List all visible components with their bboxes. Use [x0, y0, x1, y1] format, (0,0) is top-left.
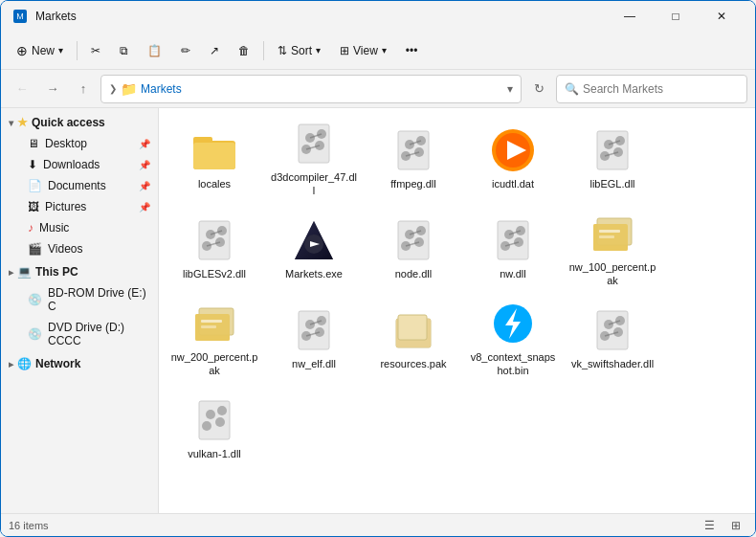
file-item-icudtl[interactable]: icudtl.dat — [465, 116, 561, 202]
minimize-button[interactable]: — — [608, 1, 652, 32]
sidebar-item-bdrom[interactable]: 💿 BD-ROM Drive (E:) C — [1, 282, 158, 317]
view-chevron-icon: ▾ — [382, 45, 387, 56]
svg-rect-62 — [201, 320, 222, 323]
quick-access-chevron-icon: ▾ — [9, 118, 13, 128]
file-label-icudtl: icudtl.dat — [492, 177, 534, 190]
address-field[interactable]: ❯ 📁 Markets ▾ — [100, 75, 522, 103]
search-icon: 🔍 — [565, 82, 579, 96]
view-button[interactable]: ⊞ View ▾ — [332, 35, 394, 66]
paste-button[interactable]: 📋 — [140, 35, 169, 66]
grid-view-button[interactable]: ⊞ — [724, 516, 747, 535]
file-item-markets[interactable]: Markets.exe — [266, 206, 362, 292]
downloads-pin-icon: 📌 — [139, 160, 150, 170]
file-icon-resources — [390, 307, 436, 353]
sidebar-music-label: Music — [39, 221, 69, 235]
file-item-locales[interactable]: locales — [167, 116, 262, 202]
main-content: ▾ ★ Quick access 🖥 Desktop 📌 ⬇ Downloads… — [1, 108, 755, 513]
file-item-nw[interactable]: nw.dll — [465, 206, 561, 292]
file-icon-node — [390, 217, 436, 263]
search-box[interactable]: 🔍 — [556, 75, 747, 103]
file-item-v8context[interactable]: v8_context_snapshot.bin — [465, 296, 561, 382]
file-label-nw200: nw_200_percent.pak — [170, 350, 258, 378]
maximize-button[interactable]: □ — [654, 1, 698, 32]
cut-button[interactable]: ✂ — [83, 35, 108, 66]
svg-rect-47 — [498, 221, 528, 259]
address-bar: ← → ↑ ❯ 📁 Markets ▾ ↻ 🔍 — [1, 70, 755, 108]
breadcrumb-folder: 📁 Markets — [121, 81, 182, 97]
status-icons: ☰ ⊞ — [698, 516, 747, 535]
svg-rect-63 — [201, 325, 216, 328]
close-button[interactable]: ✕ — [700, 1, 744, 32]
file-item-node[interactable]: node.dll — [366, 206, 461, 292]
file-label-nwelf: nw_elf.dll — [292, 357, 336, 370]
list-view-button[interactable]: ☰ — [698, 516, 721, 535]
delete-icon: 🗑 — [238, 44, 250, 57]
back-button[interactable]: ← — [9, 76, 35, 102]
this-pc-section: ▸ 💻 This PC 💿 BD-ROM Drive (E:) C 💿 DVD … — [1, 261, 158, 351]
forward-button[interactable]: → — [39, 76, 66, 102]
file-item-nw200[interactable]: nw_200_percent.pak — [167, 296, 262, 382]
new-button[interactable]: ⊕ New ▾ — [9, 35, 71, 66]
sidebar-item-music[interactable]: ♪ Music — [1, 217, 158, 238]
svg-rect-12 — [398, 131, 429, 169]
sidebar-item-desktop[interactable]: 🖥 Desktop 📌 — [1, 133, 158, 154]
share-button[interactable]: ↗ — [202, 35, 227, 66]
address-dropdown-icon[interactable]: ▾ — [507, 82, 513, 96]
search-input[interactable] — [583, 82, 739, 96]
main-window: M Markets — □ ✕ ⊕ New ▾ ✂ ⧉ 📋 ✏ ↗ — [0, 0, 756, 537]
plus-icon: ⊕ — [16, 43, 28, 58]
sidebar-item-downloads[interactable]: ⬇ Downloads 📌 — [1, 154, 158, 175]
network-chevron-icon: ▸ — [9, 359, 13, 369]
paste-icon: 📋 — [147, 44, 162, 57]
file-icon-vkswift — [589, 307, 635, 353]
up-button[interactable]: ↑ — [70, 76, 97, 102]
network-section: ▸ 🌐 Network — [1, 353, 158, 374]
file-label-libegl: libEGL.dll — [589, 177, 634, 190]
rename-button[interactable]: ✏ — [173, 35, 198, 66]
quick-access-label: Quick access — [32, 116, 105, 129]
file-icon-v8context — [490, 301, 536, 347]
more-button[interactable]: ••• — [398, 35, 426, 66]
delete-button[interactable]: 🗑 — [231, 35, 257, 66]
this-pc-header[interactable]: ▸ 💻 This PC — [1, 261, 158, 282]
desktop-icon: 🖥 — [28, 137, 39, 150]
file-item-ffmpeg[interactable]: ffmpeg.dll — [366, 116, 461, 202]
quick-access-header[interactable]: ▾ ★ Quick access — [1, 112, 158, 133]
file-label-libgles: libGLESv2.dll — [183, 267, 246, 280]
svg-rect-83 — [199, 401, 230, 439]
file-icon-nw200 — [191, 301, 237, 347]
file-item-nw100[interactable]: nw_100_percent.pak — [565, 206, 660, 292]
svg-rect-40 — [398, 221, 429, 259]
new-chevron-icon: ▾ — [58, 45, 63, 56]
refresh-button[interactable]: ↻ — [525, 76, 552, 102]
sidebar-item-videos[interactable]: 🎬 Videos — [1, 238, 158, 259]
file-item-nwelf[interactable]: nw_elf.dll — [266, 296, 362, 382]
sidebar-item-dvd[interactable]: 💿 DVD Drive (D:) CCCC — [1, 317, 158, 351]
folder-icon: 📁 — [121, 81, 137, 97]
file-item-vulkan[interactable]: vulkan-1.dll — [167, 386, 262, 472]
view-icon: ⊞ — [340, 44, 349, 57]
window-title: Markets — [35, 10, 600, 23]
file-label-node: node.dll — [395, 267, 433, 280]
pictures-icon: 🖼 — [28, 200, 39, 213]
sidebar-pictures-label: Pictures — [45, 200, 86, 213]
file-item-vkswift[interactable]: vk_swiftshader.dll — [565, 296, 660, 382]
sort-button[interactable]: ⇅ Sort ▾ — [270, 35, 328, 66]
sidebar-item-pictures[interactable]: 🖼 Pictures 📌 — [1, 196, 158, 217]
file-item-libgles[interactable]: libGLESv2.dll — [167, 206, 262, 292]
svg-point-85 — [217, 406, 227, 415]
file-label-v8context: v8_context_snapshot.bin — [469, 350, 557, 378]
network-header[interactable]: ▸ 🌐 Network — [1, 353, 158, 374]
copy-button[interactable]: ⧉ — [112, 35, 136, 66]
file-icon-locales — [191, 127, 237, 173]
file-item-resources[interactable]: resources.pak — [366, 296, 461, 382]
dvd-icon: 💿 — [28, 327, 42, 341]
refresh-icon: ↻ — [534, 81, 545, 96]
sidebar-desktop-label: Desktop — [45, 137, 87, 150]
file-item-libegl[interactable]: libEGL.dll — [565, 116, 660, 202]
documents-icon: 📄 — [28, 179, 42, 192]
sidebar-item-documents[interactable]: 📄 Documents 📌 — [1, 175, 158, 196]
breadcrumb-chevron-icon: ❯ — [109, 83, 117, 94]
svg-rect-5 — [299, 124, 329, 163]
file-item-d3d[interactable]: d3dcompiler_47.dll — [266, 116, 362, 202]
